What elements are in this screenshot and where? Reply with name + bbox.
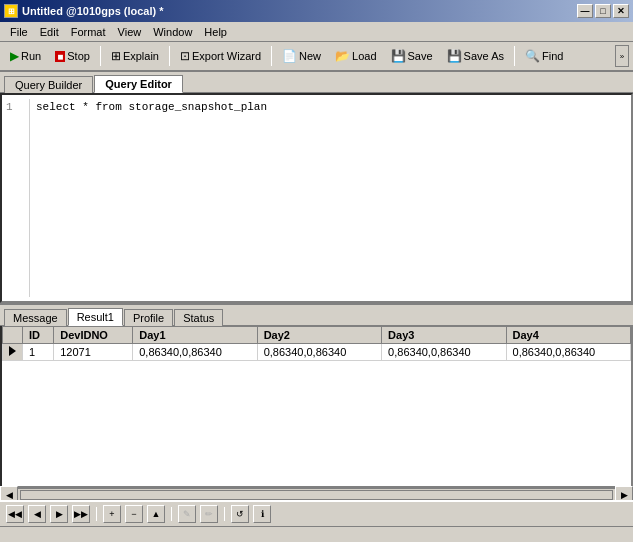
- stop-button[interactable]: ■ Stop: [49, 44, 96, 68]
- col-day4: Day4: [506, 327, 630, 344]
- window-title: Untitled @1010gps (local) *: [22, 5, 164, 17]
- tab-result1[interactable]: Result1: [68, 308, 123, 326]
- nav-separator-3: [224, 507, 225, 521]
- toolbar: ▶ Run ■ Stop ⊞ Explain ⊡ Export Wizard 📄…: [0, 42, 633, 72]
- toolbar-separator-4: [514, 46, 515, 66]
- overflow-button[interactable]: »: [615, 45, 629, 67]
- bottom-tab-bar: Message Result1 Profile Status: [0, 305, 633, 326]
- cell-day1: 0,86340,0,86340: [133, 344, 257, 361]
- app-icon: ⊞: [4, 4, 18, 18]
- load-label: Load: [352, 50, 376, 62]
- stop-icon: ■: [55, 51, 65, 62]
- line-numbers: 1: [6, 99, 30, 297]
- new-button[interactable]: 📄 New: [276, 44, 327, 68]
- delete-record-button[interactable]: −: [125, 505, 143, 523]
- results-table: ID DevIDNO Day1 Day2 Day3 Day4 1 12: [0, 326, 633, 488]
- scrollbar-track[interactable]: [20, 490, 613, 500]
- find-label: Find: [542, 50, 563, 62]
- row-arrow-icon: [9, 346, 16, 356]
- info-button[interactable]: ℹ: [253, 505, 271, 523]
- code-content[interactable]: select * from storage_snapshot_plan: [36, 99, 627, 297]
- table-row[interactable]: 1 12071 0,86340,0,86340 0,86340,0,86340 …: [3, 344, 631, 361]
- new-icon: 📄: [282, 49, 297, 63]
- first-record-button[interactable]: ◀◀: [6, 505, 24, 523]
- save-label: Save: [408, 50, 433, 62]
- nav-separator-1: [96, 507, 97, 521]
- tab-message[interactable]: Message: [4, 309, 67, 326]
- cell-id: 1: [23, 344, 54, 361]
- cell-day2: 0,86340,0,86340: [257, 344, 381, 361]
- save-icon: 💾: [391, 49, 406, 63]
- top-tab-bar: Query Builder Query Editor: [0, 72, 633, 93]
- code-table: storage_snapshot_plan: [128, 101, 267, 113]
- add-record-button[interactable]: +: [103, 505, 121, 523]
- move-up-button[interactable]: ▲: [147, 505, 165, 523]
- export-wizard-icon: ⊡: [180, 49, 190, 63]
- horizontal-scrollbar[interactable]: ◀ ▶: [0, 488, 633, 500]
- results-wrapper: Message Result1 Profile Status ID DevIDN…: [0, 303, 633, 526]
- main-container: ▶ Run ■ Stop ⊞ Explain ⊡ Export Wizard 📄…: [0, 42, 633, 542]
- find-icon: 🔍: [525, 49, 540, 63]
- menu-window[interactable]: Window: [147, 25, 198, 39]
- row-indicator-icon: [3, 344, 23, 361]
- col-day2: Day2: [257, 327, 381, 344]
- tab-profile[interactable]: Profile: [124, 309, 173, 326]
- last-record-button[interactable]: ▶▶: [72, 505, 90, 523]
- prev-record-button[interactable]: ◀: [28, 505, 46, 523]
- menu-view[interactable]: View: [112, 25, 148, 39]
- nav-separator-2: [171, 507, 172, 521]
- tab-query-builder[interactable]: Query Builder: [4, 76, 93, 93]
- nav-bar: ◀◀ ◀ ▶ ▶▶ + − ▲ ✎ ✏ ↺ ℹ: [0, 500, 633, 526]
- menu-help[interactable]: Help: [198, 25, 233, 39]
- toolbar-separator-3: [271, 46, 272, 66]
- menu-file[interactable]: File: [4, 25, 34, 39]
- title-bar: ⊞ Untitled @1010gps (local) * — □ ✕: [0, 0, 633, 22]
- toolbar-separator-2: [169, 46, 170, 66]
- edit1-button[interactable]: ✎: [178, 505, 196, 523]
- toolbar-separator-1: [100, 46, 101, 66]
- run-label: Run: [21, 50, 41, 62]
- menu-bar: File Edit Format View Window Help: [0, 22, 633, 42]
- export-wizard-label: Export Wizard: [192, 50, 261, 62]
- save-as-label: Save As: [464, 50, 504, 62]
- table-header-row: ID DevIDNO Day1 Day2 Day3 Day4: [3, 327, 631, 344]
- data-table: ID DevIDNO Day1 Day2 Day3 Day4 1 12: [2, 326, 631, 361]
- load-icon: 📂: [335, 49, 350, 63]
- cell-devidno: 12071: [54, 344, 133, 361]
- col-indicator: [3, 327, 23, 344]
- export-wizard-button[interactable]: ⊡ Export Wizard: [174, 44, 267, 68]
- cell-day3: 0,86340,0,86340: [382, 344, 506, 361]
- menu-edit[interactable]: Edit: [34, 25, 65, 39]
- title-bar-controls: — □ ✕: [577, 4, 629, 18]
- save-as-button[interactable]: 💾 Save As: [441, 44, 510, 68]
- query-editor-area[interactable]: 1 select * from storage_snapshot_plan: [0, 93, 633, 303]
- keyword-select: select: [36, 101, 76, 113]
- edit2-button[interactable]: ✏: [200, 505, 218, 523]
- load-button[interactable]: 📂 Load: [329, 44, 382, 68]
- maximize-button[interactable]: □: [595, 4, 611, 18]
- tab-query-editor[interactable]: Query Editor: [94, 75, 183, 93]
- new-label: New: [299, 50, 321, 62]
- col-id: ID: [23, 327, 54, 344]
- col-day3: Day3: [382, 327, 506, 344]
- cell-day4: 0,86340,0,86340: [506, 344, 630, 361]
- stop-label: Stop: [67, 50, 90, 62]
- code-star: *: [82, 101, 95, 113]
- run-button[interactable]: ▶ Run: [4, 44, 47, 68]
- close-button[interactable]: ✕: [613, 4, 629, 18]
- find-button[interactable]: 🔍 Find: [519, 44, 569, 68]
- run-icon: ▶: [10, 49, 19, 63]
- menu-format[interactable]: Format: [65, 25, 112, 39]
- next-record-button[interactable]: ▶: [50, 505, 68, 523]
- tab-status[interactable]: Status: [174, 309, 223, 326]
- col-devidno: DevIDNO: [54, 327, 133, 344]
- col-day1: Day1: [133, 327, 257, 344]
- save-as-icon: 💾: [447, 49, 462, 63]
- explain-icon: ⊞: [111, 49, 121, 63]
- minimize-button[interactable]: —: [577, 4, 593, 18]
- status-bar: [0, 526, 633, 542]
- save-button[interactable]: 💾 Save: [385, 44, 439, 68]
- refresh-button[interactable]: ↺: [231, 505, 249, 523]
- keyword-from: from: [95, 101, 121, 113]
- explain-button[interactable]: ⊞ Explain: [105, 44, 165, 68]
